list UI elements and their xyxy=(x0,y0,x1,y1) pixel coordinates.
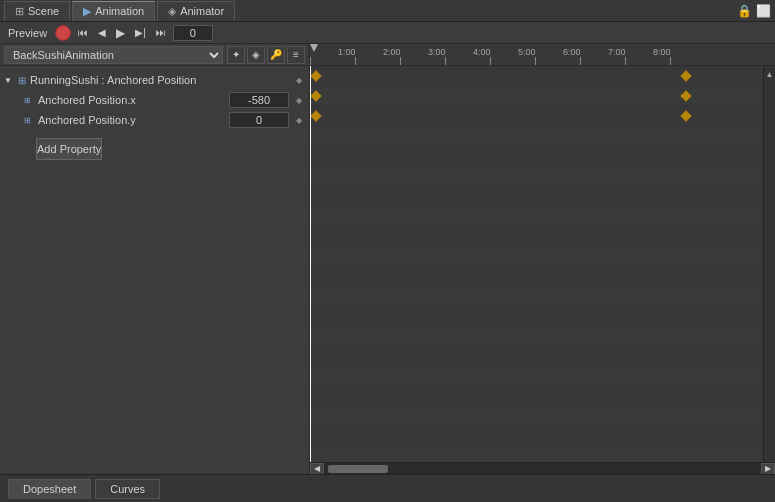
ruler-mark-4: 4:00 xyxy=(490,45,491,65)
track-row-empty-6 xyxy=(310,226,775,246)
track-row-empty-8 xyxy=(310,266,775,286)
time-ruler: 0:00 1:00 2:00 3:00 xyxy=(310,44,775,66)
timeline-scrollbar: ◀ ▶ xyxy=(310,462,775,474)
keyframe-y-right[interactable] xyxy=(680,110,691,121)
tab-scene[interactable]: ⊞ Scene xyxy=(4,1,70,21)
prop-name-y: Anchored Position.y xyxy=(38,114,225,126)
ruler-mark-2: 2:00 xyxy=(400,45,401,65)
keyframe-group-right[interactable] xyxy=(680,70,691,81)
maximize-icon[interactable]: ⬜ xyxy=(756,4,771,18)
track-row-empty-3 xyxy=(310,166,775,186)
left-panel: BackSushiAnimation ✦ ◈ 🔑 ≡ ▼ ⊞ RunningSu… xyxy=(0,44,310,474)
track-row-group xyxy=(310,66,775,86)
grid-icon: ⊞ xyxy=(15,5,24,18)
track-row-empty-16 xyxy=(310,426,775,446)
track-row-empty-2 xyxy=(310,146,775,166)
ruler-mark-6: 6:00 xyxy=(580,45,581,65)
timeline-area: 0:00 1:00 2:00 3:00 xyxy=(310,44,775,474)
ruler-mark-0: 0:00 xyxy=(310,45,311,65)
keyframe-x-left[interactable] xyxy=(310,90,321,101)
ruler-mark-7: 7:00 xyxy=(625,45,626,65)
scroll-right-area: ▲ xyxy=(763,66,775,462)
prop-icon-x: ⊞ xyxy=(24,96,34,105)
main-layout: Preview ⏮ ◀ ▶ ▶| ⏭ BackSushiAnimation ✦ … xyxy=(0,22,775,502)
prop-icon-y: ⊞ xyxy=(24,116,34,125)
group-name: RunningSushi : Anchored Position xyxy=(30,74,289,86)
expand-arrow-icon: ▼ xyxy=(4,76,14,85)
title-bar: ⊞ Scene ▶ Animation ◈ Animator 🔒 ⬜ xyxy=(0,0,775,22)
track-row-empty-10 xyxy=(310,306,775,326)
frame-input[interactable] xyxy=(173,25,213,41)
track-row-empty-1 xyxy=(310,126,775,146)
anim-tool-menu[interactable]: ≡ xyxy=(287,46,305,64)
lock-icon[interactable]: 🔒 xyxy=(737,4,752,18)
prop-row-x: ⊞ Anchored Position.x ◆ xyxy=(0,90,309,110)
toolbar: Preview ⏮ ◀ ▶ ▶| ⏭ xyxy=(0,22,775,44)
transport-prev-frame[interactable]: ◀ xyxy=(95,26,109,39)
track-row-empty-11 xyxy=(310,326,775,346)
content-area: BackSushiAnimation ✦ ◈ 🔑 ≡ ▼ ⊞ RunningSu… xyxy=(0,44,775,474)
animator-icon: ◈ xyxy=(168,5,176,18)
preview-label: Preview xyxy=(4,27,51,39)
track-row-x xyxy=(310,86,775,106)
prop-diamond-x: ◆ xyxy=(293,96,305,105)
curves-tab[interactable]: Curves xyxy=(95,479,160,499)
track-row-empty-14 xyxy=(310,386,775,406)
scroll-right-button[interactable]: ▶ xyxy=(761,463,775,475)
prop-value-y[interactable] xyxy=(229,112,289,128)
ruler-mark-3: 3:00 xyxy=(445,45,446,65)
transport-skip-start[interactable]: ⏮ xyxy=(75,26,91,39)
transport-skip-end[interactable]: ⏭ xyxy=(153,26,169,39)
prop-row-y: ⊞ Anchored Position.y ◆ xyxy=(0,110,309,130)
add-property-button[interactable]: Add Property xyxy=(36,138,102,160)
prop-name-x: Anchored Position.x xyxy=(38,94,225,106)
tab-animation[interactable]: ▶ Animation xyxy=(72,1,155,21)
anim-tool-record[interactable]: 🔑 xyxy=(267,46,285,64)
properties-area: ▼ ⊞ RunningSushi : Anchored Position ◆ ⊞… xyxy=(0,66,309,474)
record-button[interactable] xyxy=(55,25,71,41)
track-row-empty-9 xyxy=(310,286,775,306)
keyframe-group-left[interactable] xyxy=(310,70,321,81)
bottom-bar: Dopesheet Curves xyxy=(0,474,775,502)
ruler-mark-5: 5:00 xyxy=(535,45,536,65)
track-row-empty-15 xyxy=(310,406,775,426)
group-diamond-marker: ◆ xyxy=(293,76,305,85)
anim-tool-add[interactable]: ✦ xyxy=(227,46,245,64)
transport-play[interactable]: ▶ xyxy=(113,25,128,41)
ruler-mark-8: 8:00 xyxy=(670,45,671,65)
anim-name-row: BackSushiAnimation ✦ ◈ 🔑 ≡ xyxy=(0,44,309,66)
scroll-up-arrow[interactable]: ▲ xyxy=(766,70,774,79)
ruler-mark-1: 1:00 xyxy=(355,45,356,65)
transport-next-frame[interactable]: ▶| xyxy=(132,26,149,39)
keyframe-x-right[interactable] xyxy=(680,90,691,101)
track-row-empty-12 xyxy=(310,346,775,366)
ruler-marks: 0:00 1:00 2:00 3:00 xyxy=(310,44,775,65)
anim-tools: ✦ ◈ 🔑 ≡ xyxy=(227,46,305,64)
scroll-thumb[interactable] xyxy=(328,465,388,473)
keyframe-y-left[interactable] xyxy=(310,110,321,121)
anim-tool-keyframe[interactable]: ◈ xyxy=(247,46,265,64)
prop-diamond-y: ◆ xyxy=(293,116,305,125)
dopesheet-tab[interactable]: Dopesheet xyxy=(8,479,91,499)
animation-icon: ▶ xyxy=(83,5,91,18)
prop-value-x[interactable] xyxy=(229,92,289,108)
animation-name-select[interactable]: BackSushiAnimation xyxy=(4,46,223,64)
prop-group-header[interactable]: ▼ ⊞ RunningSushi : Anchored Position ◆ xyxy=(0,70,309,90)
track-row-empty-13 xyxy=(310,366,775,386)
prop-group-running-sushi: ▼ ⊞ RunningSushi : Anchored Position ◆ ⊞… xyxy=(0,70,309,130)
track-row-empty-7 xyxy=(310,246,775,266)
track-row-empty-5 xyxy=(310,206,775,226)
timeline-tracks[interactable]: ▲ xyxy=(310,66,775,462)
group-icon: ⊞ xyxy=(18,75,26,86)
playhead xyxy=(310,66,311,462)
track-row-y xyxy=(310,106,775,126)
tab-animator[interactable]: ◈ Animator xyxy=(157,1,235,21)
track-row-empty-4 xyxy=(310,186,775,206)
scroll-left-button[interactable]: ◀ xyxy=(310,463,324,475)
track-row-empty-17 xyxy=(310,446,775,462)
